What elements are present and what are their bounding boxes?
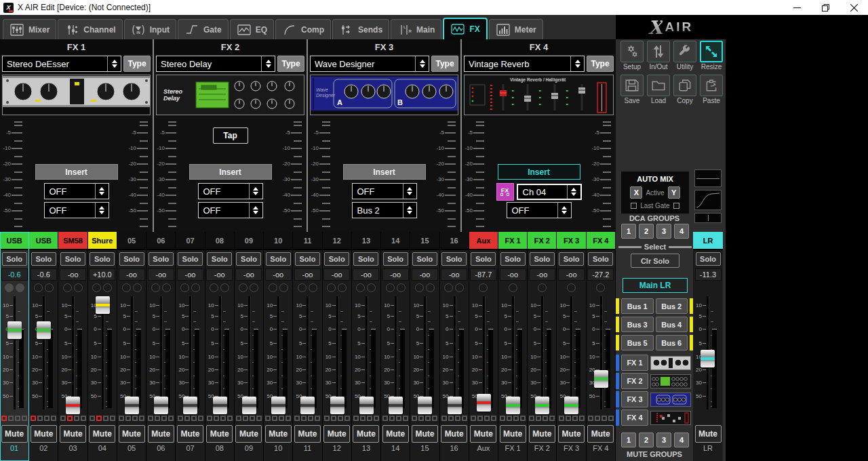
- mute-button[interactable]: Mute: [31, 425, 57, 443]
- fader-cap[interactable]: [506, 397, 520, 414]
- fx-select-button-1[interactable]: FX 1: [621, 355, 648, 371]
- fader[interactable]: 1050510203050: [498, 294, 527, 414]
- fader-cap[interactable]: [271, 397, 285, 414]
- solo-button[interactable]: Solo: [471, 252, 496, 266]
- mute-button[interactable]: Mute: [441, 425, 467, 443]
- fx-source-select-2[interactable]: OFF: [198, 202, 263, 218]
- fx-device-image-delay[interactable]: StereoDelay: [156, 75, 304, 115]
- tab-comp[interactable]: Comp: [275, 19, 331, 39]
- solo-button[interactable]: Solo: [412, 252, 437, 266]
- pan-indicator[interactable]: [498, 281, 527, 294]
- fader[interactable]: 1050510203050: [352, 294, 380, 414]
- last-gate-checkbox-right[interactable]: [673, 203, 679, 209]
- tab-mixer[interactable]: Mixer: [3, 19, 56, 39]
- channel-label[interactable]: FX 2: [528, 232, 556, 250]
- pan-indicator[interactable]: [352, 281, 380, 294]
- mute-button[interactable]: Mute: [587, 425, 614, 443]
- bus-button-2[interactable]: Bus 2: [656, 298, 688, 314]
- mute-button[interactable]: Mute: [177, 425, 203, 443]
- dca-group-button-3[interactable]: 3: [656, 224, 671, 239]
- channel-label[interactable]: Aux: [469, 232, 498, 250]
- fader[interactable]: 1050510203050: [587, 294, 615, 414]
- fader-cap[interactable]: [300, 397, 315, 414]
- solo-button[interactable]: Solo: [353, 252, 378, 266]
- solo-button[interactable]: Solo: [530, 252, 555, 266]
- mute-button[interactable]: Mute: [695, 425, 722, 443]
- fx-device-image-deesser[interactable]: [2, 75, 151, 115]
- automix-y-button[interactable]: Y: [668, 186, 680, 199]
- tab-input[interactable]: INInput: [124, 19, 176, 39]
- fx-type-button[interactable]: Type: [123, 56, 151, 72]
- tab-main[interactable]: LRMain: [391, 19, 441, 39]
- sidebar-button-load[interactable]: Load: [646, 75, 671, 104]
- fx-thumbnail-deesser[interactable]: [650, 356, 691, 370]
- fader[interactable]: 1050510203050: [0, 294, 28, 414]
- pan-indicator[interactable]: [440, 281, 469, 294]
- tab-sends[interactable]: Sends: [332, 19, 389, 39]
- channel-label[interactable]: Shure: [88, 232, 117, 250]
- solo-button[interactable]: Solo: [500, 252, 526, 266]
- channel-label[interactable]: 07: [176, 232, 204, 250]
- mute-button[interactable]: Mute: [323, 425, 350, 443]
- pan-indicator[interactable]: [528, 281, 556, 294]
- fx-source-select-1[interactable]: Ch 04: [517, 184, 582, 200]
- bus-button-6[interactable]: Bus 6: [656, 335, 688, 350]
- pan-indicator[interactable]: [264, 281, 292, 294]
- fader-cap[interactable]: [594, 370, 608, 388]
- channel-label[interactable]: SM58: [58, 232, 87, 250]
- bus-button-1[interactable]: Bus 1: [621, 298, 654, 314]
- channel-label[interactable]: 11: [293, 232, 321, 250]
- mute-button[interactable]: Mute: [353, 425, 379, 443]
- fader-cap[interactable]: [389, 397, 403, 414]
- restore-icon[interactable]: [811, 0, 840, 15]
- dca-group-button-2[interactable]: 2: [639, 224, 654, 239]
- pan-indicator[interactable]: [235, 281, 263, 294]
- fader[interactable]: 1050510203050: [58, 294, 87, 414]
- bus-button-5[interactable]: Bus 5: [621, 335, 654, 350]
- bus-button-4[interactable]: Bus 4: [656, 317, 688, 332]
- channel-label[interactable]: USB: [29, 232, 58, 250]
- minimize-icon[interactable]: [783, 0, 811, 15]
- fx-source-select-2[interactable]: OFF: [44, 202, 109, 218]
- main-lr-button[interactable]: Main LR: [623, 278, 688, 293]
- pan-indicator[interactable]: [381, 281, 410, 294]
- solo-button[interactable]: Solo: [588, 252, 613, 266]
- solo-button[interactable]: Solo: [149, 252, 174, 266]
- fader[interactable]: 1050510203050: [146, 294, 175, 414]
- automix-x-button[interactable]: X: [630, 186, 642, 199]
- fader-cap[interactable]: [701, 350, 715, 367]
- channel-label[interactable]: 06: [146, 232, 175, 250]
- fx-thumbnail-vintage-reverb[interactable]: [650, 411, 691, 425]
- solo-button[interactable]: Solo: [324, 252, 349, 266]
- fader[interactable]: 1050510203050: [264, 294, 292, 414]
- fader[interactable]: 1050510203050: [235, 294, 263, 414]
- fx-type-select[interactable]: Stereo DeEsser: [2, 56, 121, 72]
- mute-button[interactable]: Mute: [294, 425, 321, 443]
- solo-button[interactable]: Solo: [383, 252, 408, 266]
- pan-indicator[interactable]: [176, 281, 204, 294]
- solo-button[interactable]: Solo: [178, 252, 203, 266]
- fader[interactable]: 1050510203050: [528, 294, 556, 414]
- pan-indicator[interactable]: [693, 281, 723, 294]
- fx-insert-chip[interactable]: FX: [496, 183, 514, 201]
- mute-group-button-1[interactable]: 1: [621, 433, 636, 447]
- mute-button[interactable]: Mute: [1, 425, 28, 443]
- fx-select-button-3[interactable]: FX 3: [621, 391, 648, 407]
- last-gate-checkbox-left[interactable]: [631, 203, 637, 209]
- fx-device-image-vintage-reverb[interactable]: Vintage Reverb / Halligerät: [464, 75, 614, 115]
- fader-cap[interactable]: [125, 397, 139, 414]
- pan-indicator[interactable]: [293, 281, 321, 294]
- tab-gate[interactable]: Gate: [178, 19, 229, 39]
- fx-type-button[interactable]: Type: [277, 56, 304, 72]
- channel-label[interactable]: 05: [117, 232, 146, 250]
- mute-button[interactable]: Mute: [500, 425, 526, 443]
- eq-curve-thumb[interactable]: [694, 190, 722, 210]
- fx-source-select-2[interactable]: Bus 2: [352, 202, 417, 218]
- fx-type-select[interactable]: Stereo Delay: [156, 56, 275, 72]
- pan-indicator[interactable]: [469, 281, 498, 294]
- pan-indicator[interactable]: [557, 281, 585, 294]
- mute-button[interactable]: Mute: [148, 425, 174, 443]
- channel-label[interactable]: FX 4: [587, 232, 615, 250]
- fx-source-select-1[interactable]: OFF: [44, 183, 109, 199]
- channel-label[interactable]: 10: [264, 232, 292, 250]
